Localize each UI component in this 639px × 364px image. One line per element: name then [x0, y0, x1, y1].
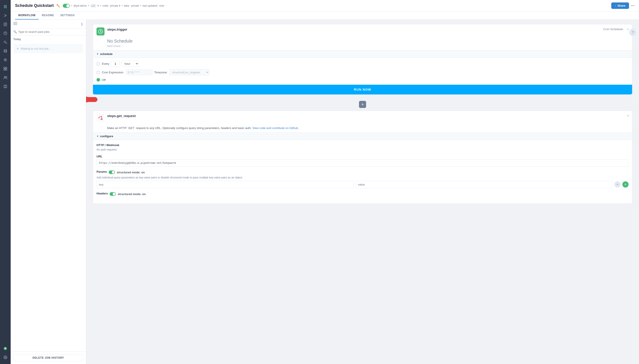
off-radio[interactable] [97, 78, 100, 82]
edit-icon[interactable]: ✏️ [56, 4, 60, 8]
share-button[interactable]: ↑ Share [611, 2, 629, 9]
waiting-label: Waiting to run first job... [21, 47, 51, 50]
http-label: HTTP / Webhook [97, 144, 628, 147]
trigger-step-name: steps.trigger [107, 28, 127, 31]
key-value-row: − + [97, 181, 628, 188]
svg-rect-14 [6, 69, 7, 70]
svg-rect-1 [4, 6, 7, 7]
trigger-type-label: Cron Scheduler [603, 28, 623, 31]
data-visibility: private [131, 4, 139, 7]
add-step-button[interactable]: + [359, 101, 366, 108]
trigger-step-header: steps.trigger Cron Scheduler × [93, 24, 632, 38]
top-meta: • @pd-demo • v.2 ▾ • code: private ▾ • d… [63, 4, 164, 8]
tab-workflow[interactable]: WORKFLOW [15, 12, 39, 20]
triangle-icon: ▼ [97, 53, 99, 55]
svg-point-7 [4, 32, 7, 35]
every-radio-row: Every hour minute day week [97, 61, 628, 67]
collapse-panel-button[interactable]: ❯ [81, 22, 83, 26]
params-label: Params [97, 170, 107, 173]
get-request-step-name: steps.get_request [107, 114, 136, 118]
list-icon [13, 22, 17, 26]
http-webhook-group: HTTP / Webhook No auth required. [97, 144, 628, 151]
version-badge[interactable]: v.2 [90, 4, 96, 8]
svg-rect-11 [4, 67, 5, 68]
next-event-label: Next Event: - [93, 44, 632, 50]
schedule-label: schedule [100, 52, 113, 56]
owner-label: @pd-demo [74, 4, 87, 7]
every-radio[interactable] [97, 62, 100, 66]
top-bar: Schedule Quickstart ✏️ • @pd-demo • v.2 … [11, 0, 639, 12]
github-link[interactable]: View code and contribute on Github. [252, 126, 299, 130]
request-icon [97, 114, 105, 122]
remove-param-button[interactable]: − [614, 181, 620, 188]
cron-radio-row: Cron Expression: Timezone: America/Los_A… [97, 70, 628, 75]
configure-body: HTTP / Webhook No auth required. URL Par… [93, 140, 632, 204]
nav-apps-icon[interactable] [1, 65, 9, 73]
nav-users-icon[interactable] [1, 74, 9, 82]
url-group: URL [97, 155, 628, 166]
get-request-step-info: steps.get_request [107, 114, 136, 118]
get-request-close-button[interactable]: × [627, 114, 629, 118]
hour-select[interactable]: hour minute day week [122, 61, 139, 67]
svg-rect-2 [4, 8, 7, 8]
svg-point-19 [5, 357, 6, 358]
structured-mode-label: structured mode: on [117, 171, 145, 174]
schedule-section-header[interactable]: ▼ schedule [93, 50, 632, 58]
headers-group: Headers structured mode: on [97, 192, 628, 196]
connector-row: + [93, 98, 632, 110]
help-button[interactable]: ? [629, 29, 636, 36]
headers-row: Headers structured mode: on [97, 192, 628, 196]
icon-bar [0, 0, 11, 364]
search-input[interactable] [18, 30, 83, 34]
workflow-title: Schedule Quickstart [15, 3, 54, 8]
trigger-close-button[interactable]: × [627, 28, 629, 32]
delete-history-button[interactable]: DELETE JOB HISTORY [13, 354, 83, 361]
key-input[interactable] [97, 181, 354, 188]
configure-section-header[interactable]: ▼ configure [93, 132, 632, 140]
nav-notes-icon[interactable] [1, 20, 9, 28]
content-area: ❯ 🔍 Today ✳ Waiting to run first job... … [11, 20, 639, 364]
url-label: URL [97, 155, 628, 158]
configure-triangle-icon: ▼ [97, 135, 99, 138]
top-actions: ↑ Share ··· [611, 2, 634, 9]
headers-label: Headers [97, 192, 108, 195]
run-now-button[interactable]: RUN NOW [93, 85, 632, 94]
value-input[interactable] [356, 181, 612, 188]
add-param-button[interactable]: + [622, 181, 628, 188]
timezone-select[interactable]: America/Los_Angeles [169, 70, 209, 75]
waiting-job-item: ✳ Waiting to run first job... [13, 44, 83, 54]
nav-book-icon[interactable] [1, 82, 9, 90]
more-options-button[interactable]: ··· [631, 3, 634, 8]
svg-point-10 [5, 59, 6, 60]
nav-chevron-right-icon[interactable] [1, 12, 9, 20]
schedule-options: Every hour minute day week Cron Expressi… [93, 58, 632, 85]
trigger-step-info: steps.trigger [107, 28, 127, 31]
tab-readme[interactable]: README [39, 12, 57, 20]
params-group: Params structured mode: on Add individua… [97, 170, 628, 188]
code-visibility[interactable]: private ▾ [110, 4, 120, 7]
nav-key-icon[interactable] [1, 38, 9, 46]
svg-point-9 [4, 50, 7, 51]
today-label: Today [11, 36, 86, 42]
nav-expand-icon[interactable] [1, 3, 9, 11]
get-request-step-card: steps.get_request × Make an HTTP `GET` r… [93, 110, 632, 204]
nav-database-icon[interactable] [1, 47, 9, 55]
trigger-icon [97, 28, 105, 36]
nav-send-icon[interactable] [1, 29, 9, 37]
svg-point-15 [4, 76, 6, 78]
params-toggle[interactable] [109, 170, 115, 174]
svg-point-16 [6, 76, 7, 78]
tab-settings[interactable]: SETTINGS [57, 12, 78, 20]
workflow-toggle[interactable] [63, 4, 70, 8]
nav-gear-icon[interactable] [1, 56, 9, 64]
headers-toggle[interactable] [110, 192, 116, 196]
nav-at-icon[interactable] [1, 353, 9, 361]
chevron-down-icon[interactable]: ▾ [97, 4, 99, 7]
url-input[interactable] [97, 160, 628, 166]
tabs-bar: WORKFLOW README SETTINGS [11, 12, 639, 20]
every-value-input[interactable] [111, 61, 120, 66]
cron-radio[interactable] [97, 71, 100, 74]
nav-upgrade-icon[interactable] [1, 344, 9, 352]
auth-label: No auth required. [97, 148, 628, 151]
cron-expression-input[interactable] [126, 70, 152, 75]
